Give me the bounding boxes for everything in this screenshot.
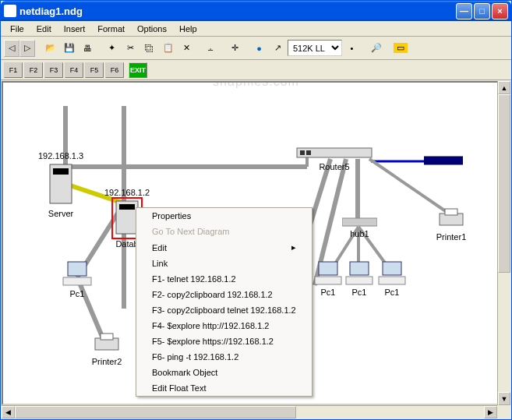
ctx-f5-explore-https[interactable]: F5- $explore https://192.168.1.2	[136, 334, 312, 349]
find-button[interactable]: 🔎	[367, 39, 385, 57]
node-server[interactable]: 192.168.1.3 Server	[38, 151, 83, 218]
node-router5[interactable]: Router5	[295, 145, 373, 171]
globe-button[interactable]: ●	[250, 39, 268, 57]
diagram-canvas[interactable]: snapfiles.com 192.168.1.3 Server	[2, 81, 510, 405]
ctx-edit-float-text[interactable]: Edit Float Text	[136, 380, 312, 396]
print-button[interactable]: 🖶	[79, 39, 97, 57]
maximize-button[interactable]: □	[474, 3, 490, 19]
scroll-up-button[interactable]: ▲	[498, 81, 510, 94]
nav-back-button[interactable]: ◁	[4, 40, 19, 57]
paste-button[interactable]: 📋	[159, 39, 177, 57]
svg-rect-26	[306, 150, 311, 155]
ctx-link[interactable]: Link	[136, 256, 312, 271]
vscroll-thumb[interactable]	[498, 94, 510, 273]
dot-icon: •	[351, 44, 354, 53]
delete-button[interactable]: ✕	[178, 39, 196, 57]
node-pc-r2[interactable]: Pc1	[344, 260, 374, 297]
f3-button[interactable]: F3	[44, 62, 63, 78]
computer-icon	[313, 260, 343, 286]
svg-rect-27	[424, 157, 463, 164]
svg-rect-21	[63, 277, 91, 285]
svg-rect-36	[445, 209, 457, 215]
save-button[interactable]: 💾	[60, 39, 78, 57]
minimize-button[interactable]: —	[456, 3, 472, 19]
f6-button[interactable]: F6	[105, 62, 124, 78]
router5-label: Router5	[295, 162, 373, 171]
scroll-left-button[interactable]: ◀	[2, 406, 15, 418]
crosshair-icon: ✛	[231, 43, 238, 53]
scroll-down-button[interactable]: ▼	[498, 392, 510, 405]
menu-file[interactable]: File	[4, 23, 30, 35]
horizontal-scrollbar[interactable]: ◀ ▶	[2, 405, 497, 418]
node-printer2[interactable]: Printer2	[91, 332, 122, 366]
delete-icon: ✕	[183, 43, 190, 53]
pc-r2-label: Pc1	[344, 288, 374, 297]
ctx-properties[interactable]: Properties	[136, 208, 312, 224]
printer-icon	[436, 207, 467, 231]
nav-forward-button[interactable]: ▷	[19, 40, 35, 57]
hscroll-thumb[interactable]	[15, 406, 296, 418]
link-type-dropdown[interactable]: 512K LL	[288, 40, 342, 56]
svg-rect-19	[119, 204, 135, 210]
svg-rect-23	[101, 334, 113, 340]
ctx-f1-telnet[interactable]: F1- telnet 192.168.1.2	[136, 271, 312, 287]
menu-edit[interactable]: Edit	[30, 23, 58, 35]
router-icon	[295, 145, 373, 161]
f2-button[interactable]: F2	[24, 62, 43, 78]
endpoint-button[interactable]: •	[343, 39, 361, 57]
printer1-label: Printer1	[436, 232, 467, 242]
node-pc-r3[interactable]: Pc1	[377, 260, 407, 297]
pc-r1-label: Pc1	[313, 288, 343, 297]
node-printer1[interactable]: Printer1	[436, 207, 467, 242]
f4-button[interactable]: F4	[65, 62, 83, 78]
ctx-f6-ping[interactable]: F6- ping -t 192.168.1.2	[136, 349, 312, 365]
server-icon	[45, 161, 76, 207]
svg-rect-29	[319, 262, 337, 275]
watermark: snapfiles.com	[213, 81, 299, 89]
f5-button[interactable]: F5	[85, 62, 104, 78]
node-pc-r1[interactable]: Pc1	[313, 260, 343, 297]
object-button[interactable]: ▭	[391, 39, 409, 57]
menu-options[interactable]: Options	[131, 23, 173, 35]
link-button[interactable]: ↗	[269, 39, 287, 57]
computer-icon	[62, 260, 93, 288]
menu-format[interactable]: Format	[91, 23, 131, 35]
scroll-right-button[interactable]: ▶	[484, 406, 497, 418]
crosshair-button[interactable]: ✛	[226, 39, 244, 57]
chart-button[interactable]: ⫠	[202, 39, 220, 57]
svg-rect-34	[379, 277, 405, 284]
function-bar: F1 F2 F3 F4 F5 F6 EXIT	[1, 60, 511, 80]
node-pc-left[interactable]: Pc1	[62, 260, 93, 298]
close-button[interactable]: ×	[492, 3, 508, 19]
ctx-edit[interactable]: Edit▸	[136, 239, 312, 256]
database-ip: 192.168.1.2	[104, 188, 150, 197]
f1-button[interactable]: F1	[4, 62, 23, 78]
svg-rect-17	[53, 168, 69, 175]
menu-insert[interactable]: Insert	[58, 23, 92, 35]
window-title: netdiag1.ndg	[19, 5, 456, 17]
cut-button[interactable]: ✂	[122, 39, 139, 57]
submenu-arrow-icon: ▸	[291, 242, 296, 252]
folder-open-icon: 📂	[45, 43, 56, 53]
hub1-label: hub1	[342, 229, 377, 238]
server-label: Server	[38, 209, 83, 218]
vertical-scrollbar[interactable]: ▲ ▼	[497, 81, 510, 405]
node-hub1[interactable]: hub1	[342, 217, 377, 238]
ctx-bookmark[interactable]: Bookmark Object	[136, 365, 312, 380]
printer2-label: Printer2	[91, 357, 122, 366]
object-icon: ▭	[394, 43, 408, 53]
svg-rect-20	[68, 262, 87, 276]
copy-button[interactable]: ⿻	[140, 39, 158, 57]
open-button[interactable]: 📂	[41, 39, 59, 57]
ctx-f2-copy[interactable]: F2- copy2clipboard 192.168.1.2	[136, 287, 312, 302]
ctx-f4-explore-http[interactable]: F4- $explore http://192.168.1.2	[136, 318, 312, 334]
svg-rect-28	[342, 218, 377, 226]
pc-r3-label: Pc1	[377, 288, 407, 297]
svg-rect-31	[350, 262, 369, 275]
menu-help[interactable]: Help	[173, 23, 203, 35]
paste-icon: 📋	[163, 43, 174, 53]
ctx-f3-copy-telnet[interactable]: F3- copy2clipboard telnet 192.168.1.2	[136, 302, 312, 318]
nodes-button[interactable]: ✦	[103, 39, 121, 57]
node-switch[interactable]	[424, 155, 463, 168]
exit-button[interactable]: EXIT	[129, 62, 147, 78]
